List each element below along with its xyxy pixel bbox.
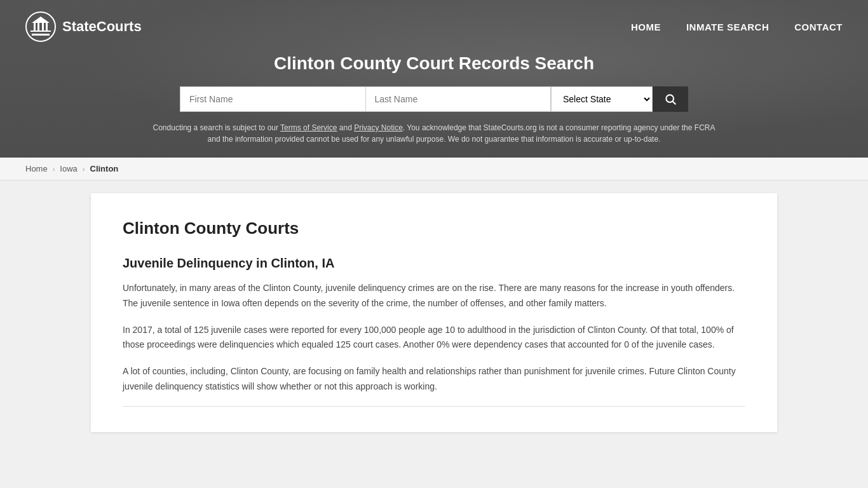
svg-rect-2 — [31, 30, 51, 32]
search-icon — [664, 93, 677, 105]
breadcrumb-sep-1: › — [53, 165, 55, 173]
first-name-input[interactable] — [180, 86, 365, 112]
navigation: StateCourts HOME INMATE SEARCH CONTACT — [0, 0, 868, 53]
search-section: Clinton County Court Records Search Sele… — [0, 53, 868, 158]
breadcrumb: Home › Iowa › Clinton — [0, 158, 868, 180]
paragraph-3: A lot of counties, including, Clinton Co… — [123, 364, 745, 395]
site-header: StateCourts HOME INMATE SEARCH CONTACT C… — [0, 0, 868, 158]
county-title: Clinton County Courts — [123, 219, 745, 238]
logo-link[interactable]: StateCourts — [25, 11, 142, 42]
breadcrumb-county: Clinton — [90, 164, 119, 173]
privacy-link[interactable]: Privacy Notice — [354, 123, 403, 132]
nav-inmate-search[interactable]: INMATE SEARCH — [686, 22, 769, 32]
content-divider — [123, 406, 745, 407]
section-title: Juvenile Delinquency in Clinton, IA — [123, 256, 745, 271]
last-name-input[interactable] — [365, 86, 552, 112]
search-bar: Select StateAlabamaAlaskaArizonaArkansas… — [180, 86, 688, 112]
state-select[interactable]: Select StateAlabamaAlaskaArizonaArkansas… — [551, 86, 653, 112]
nav-contact[interactable]: CONTACT — [794, 22, 843, 32]
svg-rect-1 — [32, 34, 50, 36]
svg-line-9 — [673, 102, 676, 105]
svg-rect-3 — [34, 23, 36, 32]
svg-point-0 — [26, 12, 55, 41]
paragraph-2: In 2017, a total of 125 juvenile cases w… — [123, 323, 745, 353]
logo-icon — [25, 11, 56, 42]
nav-links: HOME INMATE SEARCH CONTACT — [631, 22, 843, 32]
breadcrumb-sep-2: › — [83, 165, 85, 173]
paragraph-1: Unfortunately, in many areas of the Clin… — [123, 281, 745, 311]
main-content: Clinton County Courts Juvenile Delinquen… — [65, 193, 803, 432]
terms-link[interactable]: Terms of Service — [280, 123, 337, 132]
page-title: Clinton County Court Records Search — [13, 53, 855, 74]
disclaimer-text: Conducting a search is subject to our Te… — [148, 122, 720, 145]
svg-rect-4 — [37, 23, 39, 32]
svg-point-8 — [666, 95, 674, 102]
logo-text: StateCourts — [62, 18, 142, 35]
nav-home[interactable]: HOME — [631, 22, 661, 32]
svg-rect-6 — [46, 23, 48, 32]
search-button[interactable] — [653, 86, 688, 112]
breadcrumb-state[interactable]: Iowa — [60, 164, 77, 173]
content-card: Clinton County Courts Juvenile Delinquen… — [91, 193, 777, 432]
svg-rect-5 — [42, 23, 44, 32]
breadcrumb-home[interactable]: Home — [25, 164, 48, 173]
svg-marker-7 — [32, 17, 50, 23]
